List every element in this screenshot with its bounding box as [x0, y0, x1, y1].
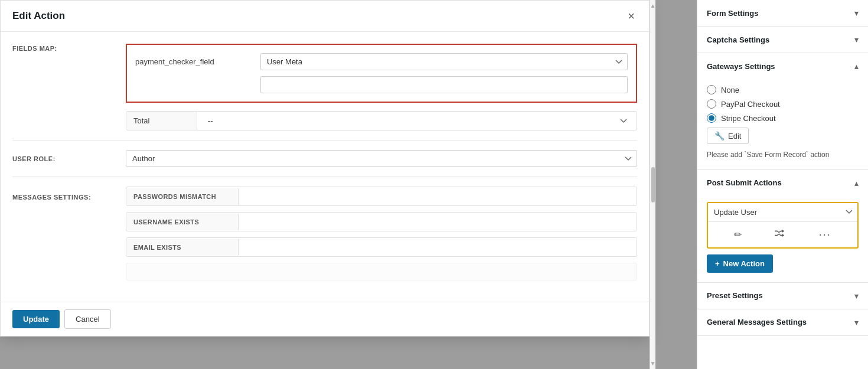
form-settings-title: Form Settings [707, 9, 758, 18]
cancel-button[interactable]: Cancel [64, 309, 110, 329]
more-messages-hint [126, 263, 637, 280]
general-messages-chevron: ▾ [854, 318, 859, 327]
gateways-settings-title: Gateways Settings [707, 62, 775, 71]
user-role-label: USER ROLE: [12, 155, 56, 162]
sidebar-section-post-submit: Post Submit Actions ▴ Update User Save F… [697, 170, 868, 283]
post-submit-chevron: ▴ [854, 178, 859, 188]
username-exists-key: USERNAME EXISTS [126, 214, 239, 230]
gateway-stripe-option[interactable]: Stripe Checkout [707, 113, 859, 123]
gateways-settings-header[interactable]: Gateways Settings ▴ [697, 53, 868, 79]
captcha-settings-header[interactable]: Captcha Settings ▾ [697, 27, 868, 53]
username-exists-value-wrap: This username already taken. [244, 213, 637, 231]
field-row-payment-checker: payment_checker_field User Meta Post Met… [135, 53, 628, 70]
more-icon: ··· [819, 228, 831, 240]
right-sidebar: Form Settings ▾ Captcha Settings ▾ Gatew… [697, 0, 868, 369]
username-exists-input[interactable]: This username already taken. [244, 213, 637, 231]
sidebar-section-general-messages: General Messages Settings ▾ [697, 309, 868, 336]
action-item-box: Update User Save Form Record Send Email … [707, 202, 859, 249]
message-row-email: EMAIL EXISTS This email address is alrea… [126, 237, 637, 257]
form-settings-header[interactable]: Form Settings ▾ [697, 0, 868, 26]
shuffle-icon [775, 229, 785, 237]
post-submit-content: Update User Save Form Record Send Email … [697, 196, 868, 282]
gateway-paypal-radio[interactable] [707, 99, 716, 109]
gateway-none-radio[interactable] [707, 85, 716, 94]
messages-settings-section: MESSAGES SETTINGS: PASSWORDS MISMATCH Pa… [12, 177, 637, 290]
sidebar-section-captcha: Captcha Settings ▾ [697, 27, 868, 53]
gateway-stripe-radio[interactable] [707, 113, 716, 123]
form-settings-chevron: ▾ [854, 8, 859, 18]
update-button[interactable]: Update [12, 310, 60, 328]
preset-settings-title: Preset Settings [707, 291, 763, 300]
email-exists-input[interactable]: This email address is already used. [244, 238, 637, 256]
action-type-select[interactable]: Update User Save Form Record Send Email [708, 203, 857, 222]
total-select[interactable]: -- Total Subtotal [202, 113, 632, 129]
modal-title: Edit Action [12, 10, 65, 22]
field-name-payment-checker: payment_checker_field [135, 57, 253, 66]
sidebar-section-gateways: Gateways Settings ▴ None PayPal Checkout… [697, 53, 868, 170]
gateways-content: None PayPal Checkout Stripe Checkout 🔧 E… [697, 79, 868, 169]
total-label: Total [133, 116, 149, 125]
general-messages-header[interactable]: General Messages Settings ▾ [697, 309, 868, 335]
meta-key-input[interactable]: payment_checker [260, 76, 628, 93]
user-role-section: USER ROLE: Author Subscriber Editor Admi… [12, 140, 637, 177]
preset-settings-header[interactable]: Preset Settings ▾ [697, 283, 868, 309]
sidebar-section-preset: Preset Settings ▾ [697, 283, 868, 309]
field-select-wrap-user-meta: User Meta Post Meta Custom [260, 53, 628, 70]
captcha-settings-title: Captcha Settings [707, 35, 769, 44]
passwords-mismatch-value-wrap: Passwords don't match. [244, 187, 637, 205]
action-edit-button[interactable]: ✏ [729, 227, 746, 243]
action-item-actions: ✏ ··· [708, 222, 857, 247]
general-messages-title: General Messages Settings [707, 318, 807, 326]
gateways-edit-label: Edit [728, 132, 741, 141]
gateway-none-option[interactable]: None [707, 85, 859, 94]
message-row-username: USERNAME EXISTS This username already ta… [126, 212, 637, 231]
pencil-icon: ✏ [734, 230, 742, 240]
captcha-settings-chevron: ▾ [854, 35, 859, 44]
modal-footer: Update Cancel [1, 302, 649, 336]
meta-key-row: payment_checker [135, 76, 628, 93]
user-role-select[interactable]: Author Subscriber Editor Administrator [126, 150, 637, 167]
new-action-button[interactable]: + New Action [707, 254, 773, 273]
post-submit-header[interactable]: Post Submit Actions ▴ [697, 170, 868, 196]
wrench-icon: 🔧 [714, 131, 725, 141]
messages-settings-label: MESSAGES SETTINGS: [12, 194, 91, 201]
passwords-mismatch-input[interactable]: Passwords don't match. [244, 187, 637, 205]
preset-settings-chevron: ▾ [854, 291, 859, 301]
scroll-bar[interactable]: ▲ ▼ [650, 0, 655, 369]
gateways-settings-chevron: ▴ [854, 61, 859, 71]
scroll-down-arrow: ▼ [650, 360, 656, 367]
gateway-stripe-label: Stripe Checkout [721, 114, 776, 123]
gateway-paypal-label: PayPal Checkout [721, 100, 780, 109]
gateway-paypal-option[interactable]: PayPal Checkout [707, 99, 859, 109]
edit-action-modal: Edit Action × FIELDS MAP: [0, 0, 650, 337]
fields-map-container: payment_checker_field User Meta Post Met… [126, 44, 637, 103]
modal-header: Edit Action × [1, 1, 649, 32]
passwords-mismatch-key: PASSWORDS MISMATCH [126, 188, 239, 205]
gateway-none-label: None [721, 86, 739, 94]
gateways-notice: Please add `Save Form Record` action [707, 150, 859, 160]
email-exists-key: EMAIL EXISTS [126, 239, 239, 256]
sidebar-section-form-settings: Form Settings ▾ [697, 0, 868, 27]
fields-map-section: FIELDS MAP: payment_checker_field Us [12, 44, 637, 140]
scroll-up-arrow: ▲ [650, 2, 656, 9]
post-submit-title: Post Submit Actions [707, 178, 782, 187]
modal-close-button[interactable]: × [625, 9, 637, 23]
scroll-thumb[interactable] [651, 167, 655, 203]
new-action-plus: + [715, 259, 720, 268]
new-action-label: New Action [723, 259, 765, 268]
modal-body: FIELDS MAP: payment_checker_field Us [1, 32, 649, 302]
total-row: Total -- Total Subtotal [12, 111, 637, 130]
action-more-button[interactable]: ··· [814, 227, 836, 243]
field-type-select[interactable]: User Meta Post Meta Custom [260, 53, 628, 70]
modal-overlay: Edit Action × FIELDS MAP: [0, 0, 697, 369]
message-row-passwords: PASSWORDS MISMATCH Passwords don't match… [126, 187, 637, 206]
action-shuffle-button[interactable] [770, 227, 790, 242]
gateways-edit-button[interactable]: 🔧 Edit [707, 128, 749, 144]
messages-fields: PASSWORDS MISMATCH Passwords don't match… [126, 187, 637, 280]
fields-map-label: FIELDS MAP: [12, 45, 57, 52]
email-exists-value-wrap: This email address is already used. [244, 238, 637, 256]
